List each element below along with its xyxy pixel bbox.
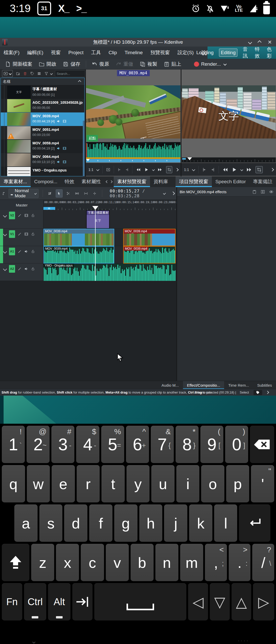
more-controls-icon[interactable]: [270, 168, 274, 171]
right-dock-tab[interactable]: 項目預覽視窗: [176, 176, 212, 187]
key-space[interactable]: [94, 583, 186, 620]
zone-mode-icon[interactable]: [166, 166, 172, 173]
bin-item[interactable]: MOV_0039.mp400:00:44;19 [4]: [1, 112, 84, 126]
key-v[interactable]: v: [106, 544, 129, 581]
menu-item[interactable]: 工具: [91, 49, 101, 56]
render-button[interactable]: Render...: [191, 60, 229, 68]
project-monitor-video[interactable]: 文字: [182, 85, 276, 139]
rewind-icon[interactable]: [222, 167, 228, 172]
key-p[interactable]: p: [226, 465, 249, 502]
track-header-V2[interactable]: V2: [0, 210, 43, 229]
selection-tool-icon[interactable]: [56, 189, 63, 198]
key-e[interactable]: e: [52, 465, 75, 502]
timeline-clip[interactable]: MOV_0039.mp4: [43, 246, 114, 263]
key-a[interactable]: a: [14, 504, 38, 542]
key-c[interactable]: c: [81, 544, 104, 581]
paste-effect-icon[interactable]: [252, 190, 257, 194]
create-folder-icon[interactable]: [16, 71, 20, 76]
lock-icon[interactable]: [31, 232, 35, 236]
zone-edit-icon[interactable]: [83, 190, 89, 197]
chevron-down-icon[interactable]: [96, 168, 99, 171]
right-dock-tab[interactable]: 專案備註: [249, 176, 276, 187]
resize-item-icon[interactable]: [91, 190, 98, 197]
key-y[interactable]: y: [126, 465, 150, 502]
play-icon[interactable]: [232, 167, 237, 172]
chevron-down-icon[interactable]: [163, 192, 166, 195]
key-tab[interactable]: [72, 583, 93, 620]
bin-view-mode-button[interactable]: [2, 70, 13, 77]
track-video-icon[interactable]: [24, 232, 28, 236]
workspace-特效[interactable]: 特效: [253, 45, 261, 61]
zone-out-icon[interactable]: [210, 167, 215, 172]
left-dock-tab[interactable]: 素材屬性: [78, 176, 105, 187]
key-backspace[interactable]: [250, 426, 274, 463]
key-g[interactable]: g: [114, 504, 137, 542]
timeline-track-V2[interactable]: [43, 210, 176, 229]
workspace-editing[interactable]: Editing: [219, 49, 237, 57]
redo-button[interactable]: 重做: [113, 60, 136, 68]
timeline-zone[interactable]: [43, 207, 55, 210]
key-t[interactable]: t: [101, 465, 125, 502]
key-d[interactable]: d: [64, 504, 87, 542]
status-more-icon[interactable]: [266, 391, 269, 394]
lock-icon[interactable]: [31, 213, 35, 217]
key-.[interactable]: .>:: [229, 544, 251, 581]
track-effects-icon[interactable]: [18, 213, 22, 217]
zone-mode-icon[interactable]: [256, 166, 263, 173]
key-2[interactable]: 2@~: [27, 426, 50, 463]
key-/[interactable]: /?\: [252, 544, 274, 581]
key-w[interactable]: w: [27, 465, 50, 502]
key-f[interactable]: f: [89, 504, 112, 542]
spacer-tool-icon[interactable]: [74, 190, 80, 197]
menu-item[interactable]: 視窗: [51, 49, 61, 56]
key-enter[interactable]: [239, 504, 270, 542]
key-4[interactable]: 4$-: [76, 426, 99, 463]
save-button[interactable]: 儲存: [60, 60, 83, 68]
timeline-clip[interactable]: MOV_0039.mp4: [123, 246, 176, 263]
key-5[interactable]: 5%=: [101, 426, 124, 463]
filter-icon[interactable]: [44, 71, 48, 76]
playhead[interactable]: [92, 206, 98, 210]
collapse-track-icon[interactable]: [3, 249, 7, 254]
key-r[interactable]: r: [77, 465, 100, 502]
monitor-overlay-icon[interactable]: [106, 167, 110, 172]
menu-item[interactable]: Timeline: [124, 50, 143, 55]
track-badge[interactable]: A1: [9, 248, 15, 255]
key-3[interactable]: 3#-: [51, 426, 74, 463]
search-input[interactable]: [55, 70, 85, 77]
bottom-tab[interactable]: Time Rem...: [224, 381, 253, 389]
bottom-tab[interactable]: Subtitles: [253, 381, 276, 389]
key-s[interactable]: s: [39, 504, 63, 542]
master-track-label[interactable]: Master: [0, 200, 44, 210]
key-6[interactable]: 6^+: [126, 426, 149, 463]
key-▷[interactable]: ▷: [253, 583, 274, 620]
tag-icon[interactable]: [30, 71, 34, 76]
clip-audio-waveform[interactable]: [86, 142, 180, 157]
track-header-A2[interactable]: A2: [0, 263, 43, 281]
tab-scroll-arrows[interactable]: [105, 176, 114, 187]
key-7[interactable]: 7&{: [151, 426, 174, 463]
key-'[interactable]: '": [251, 465, 274, 502]
key-Alt[interactable]: Alt: [48, 583, 70, 620]
bottom-tab[interactable]: Effect/Compositio...: [183, 381, 224, 389]
chevron-down-icon[interactable]: [192, 168, 195, 171]
forward-icon[interactable]: [158, 167, 162, 172]
bin-name-header[interactable]: 名稱: [1, 78, 85, 85]
key-x[interactable]: x: [56, 544, 79, 581]
center-dock-tab[interactable]: 資料庫: [150, 176, 172, 187]
menu-item[interactable]: Clip: [109, 50, 117, 55]
bin-item[interactable]: 文字字幕 / 標題素材00:00:05;00 [1]: [1, 85, 84, 99]
timeline-zone-off-icon[interactable]: [47, 190, 53, 197]
key-shift[interactable]: [2, 544, 29, 581]
track-effects-icon[interactable]: [18, 267, 22, 271]
right-dock-tab[interactable]: Speech Editor: [212, 176, 249, 187]
key-l[interactable]: l: [214, 504, 237, 542]
key-h[interactable]: h: [139, 504, 163, 542]
key-m[interactable]: m: [180, 544, 203, 581]
bin-item[interactable]: YMO - Ongaku.opus: [1, 167, 84, 176]
track-effects-icon[interactable]: [18, 249, 22, 254]
paste-button[interactable]: 貼上: [161, 60, 184, 68]
bin-item[interactable]: AGC_20231009_105345028.jpg00:00:05;00: [1, 99, 84, 112]
key-▽[interactable]: ▽: [210, 583, 230, 620]
minimize-icon[interactable]: [248, 40, 252, 44]
